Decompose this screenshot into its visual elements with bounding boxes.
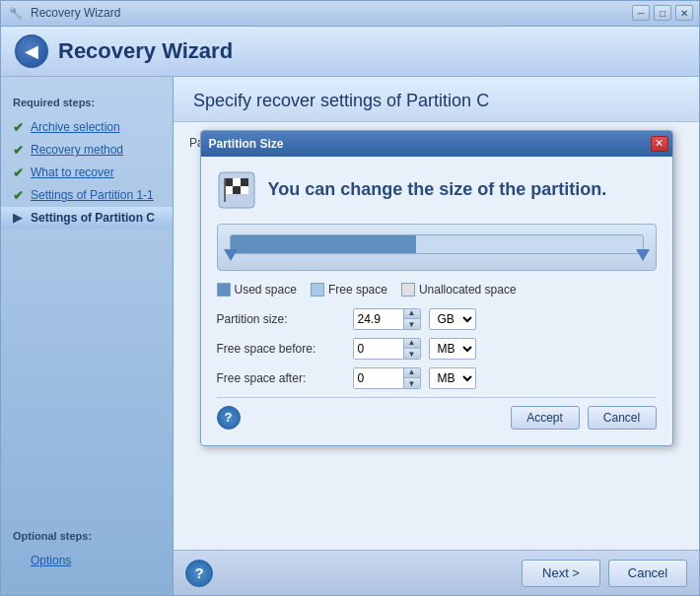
dialog-action-buttons: Accept Cancel: [511, 406, 657, 430]
window-icon: 🔧: [9, 7, 23, 20]
dialog-message: You can change the size of the partition…: [268, 179, 607, 200]
options-link[interactable]: Options: [31, 554, 71, 567]
sidebar-item-recovery-method[interactable]: ✔ Recovery method: [1, 139, 173, 162]
partition-size-label: Partition size:: [217, 312, 345, 326]
free-after-up[interactable]: ▲: [404, 367, 420, 378]
dialog-close-button[interactable]: ✕: [651, 136, 668, 152]
free-after-label: Free space after:: [217, 371, 345, 385]
back-button[interactable]: ◀: [15, 34, 48, 68]
title-bar-controls: ─ □ ✕: [632, 5, 693, 21]
svg-rect-5: [241, 178, 248, 186]
sidebar-item-what-to-recover[interactable]: ✔ What to recover: [1, 162, 173, 184]
check-icon: ✔: [13, 188, 27, 203]
legend-row: Used space Free space Unallocated space: [217, 283, 657, 297]
check-icon: ✔: [13, 143, 27, 158]
bottom-action-buttons: Next > Cancel: [522, 560, 687, 587]
svg-rect-6: [241, 186, 248, 194]
free-after-down[interactable]: ▼: [404, 378, 420, 389]
maximize-button[interactable]: □: [654, 5, 671, 21]
check-icon: ✔: [13, 120, 27, 135]
svg-rect-3: [225, 186, 233, 194]
partition-size-input[interactable]: 24.9: [354, 309, 403, 329]
free-after-input[interactable]: 0: [354, 368, 403, 388]
svg-rect-1: [225, 178, 233, 186]
free-after-unit[interactable]: MB GB TB: [429, 367, 476, 389]
check-icon: ✔: [13, 166, 27, 180]
partition-size-up[interactable]: ▲: [404, 308, 420, 319]
required-steps-label: Required steps:: [1, 93, 173, 112]
partition-size-dialog: Partition Size ✕: [200, 130, 673, 446]
app-header: ◀ Recovery Wizard: [1, 27, 699, 77]
title-bar: 🔧 Recovery Wizard ─ □ ✕: [1, 1, 699, 27]
modal-overlay: Partition Size ✕: [174, 122, 699, 550]
dialog-titlebar: Partition Size ✕: [201, 131, 672, 157]
partition-size-spinbox[interactable]: 24.9 ▲ ▼: [353, 308, 421, 330]
next-button[interactable]: Next >: [522, 560, 600, 587]
free-before-down[interactable]: ▼: [404, 349, 420, 360]
svg-rect-2: [233, 178, 241, 186]
slider-container[interactable]: [217, 224, 657, 271]
archive-selection-link[interactable]: Archive selection: [31, 120, 120, 134]
content-body: Partition location (required) Partition …: [174, 122, 699, 550]
sidebar-item-options[interactable]: ▶ Options: [1, 550, 173, 571]
used-space-legend: Used space: [217, 283, 297, 297]
sidebar-item-settings-partition-c[interactable]: ▶ Settings of Partition C: [1, 207, 173, 229]
close-button[interactable]: ✕: [675, 5, 693, 21]
optional-steps-section: Optional steps: ▶ Options: [1, 510, 173, 579]
minimize-button[interactable]: ─: [632, 5, 650, 21]
partition-size-row: Partition size: 24.9 ▲ ▼: [217, 308, 657, 330]
content-area: Specify recover settings of Partition C …: [174, 77, 699, 595]
used-space-box: [217, 283, 231, 297]
free-before-spinbox[interactable]: 0 ▲ ▼: [353, 338, 421, 360]
free-before-label: Free space before:: [217, 342, 345, 356]
free-before-input[interactable]: 0: [354, 339, 403, 359]
content-header: Specify recover settings of Partition C: [174, 77, 699, 122]
arrow-icon: ▶: [13, 211, 27, 225]
partition-slider[interactable]: [230, 234, 644, 254]
optional-steps-label: Optional steps:: [1, 526, 173, 546]
accept-button[interactable]: Accept: [511, 406, 580, 430]
dialog-icon: [217, 170, 256, 210]
page-title: Specify recover settings of Partition C: [193, 91, 679, 111]
help-button[interactable]: ?: [185, 560, 213, 587]
dialog-body: You can change the size of the partition…: [201, 157, 672, 445]
cancel-button[interactable]: Cancel: [608, 560, 687, 587]
settings-partition-c-label: Settings of Partition C: [31, 211, 155, 225]
svg-rect-4: [233, 186, 241, 194]
main-container: Required steps: ✔ Archive selection ✔ Re…: [1, 77, 699, 595]
sidebar-item-settings-partition-11[interactable]: ✔ Settings of Partition 1-1: [1, 184, 173, 207]
recovery-method-link[interactable]: Recovery method: [31, 143, 123, 157]
free-after-arrows: ▲ ▼: [403, 367, 420, 389]
used-space-label: Used space: [235, 283, 297, 297]
dialog-title: Partition Size: [209, 137, 284, 151]
slider-handle-left[interactable]: [224, 249, 238, 261]
free-before-row: Free space before: 0 ▲ ▼: [217, 338, 657, 360]
free-before-unit[interactable]: MB GB TB: [429, 338, 476, 360]
free-after-spinbox[interactable]: 0 ▲ ▼: [353, 367, 421, 389]
what-to-recover-link[interactable]: What to recover: [31, 166, 114, 179]
unallocated-space-box: [401, 283, 415, 297]
dialog-footer: ? Accept Cancel: [217, 397, 657, 431]
free-space-legend: Free space: [311, 283, 387, 297]
settings-partition-11-link[interactable]: Settings of Partition 1-1: [31, 188, 154, 202]
unallocated-space-label: Unallocated space: [419, 283, 517, 297]
partition-size-unit[interactable]: GB MB TB: [429, 308, 476, 330]
window-title: Recovery Wizard: [31, 6, 120, 20]
dialog-cancel-button[interactable]: Cancel: [588, 406, 657, 430]
free-space-box: [311, 283, 324, 297]
bottom-bar: ? Next > Cancel: [174, 550, 699, 595]
dialog-message-row: You can change the size of the partition…: [217, 170, 657, 210]
slider-handle-right[interactable]: [636, 249, 650, 261]
sidebar-item-archive-selection[interactable]: ✔ Archive selection: [1, 116, 173, 139]
partition-size-down[interactable]: ▼: [404, 319, 420, 330]
unallocated-space-legend: Unallocated space: [401, 283, 517, 297]
free-before-up[interactable]: ▲: [404, 338, 420, 349]
free-space-label: Free space: [328, 283, 387, 297]
free-after-row: Free space after: 0 ▲ ▼: [217, 367, 657, 389]
app-title: Recovery Wizard: [58, 38, 233, 64]
free-before-arrows: ▲ ▼: [403, 338, 420, 360]
partition-size-arrows: ▲ ▼: [403, 308, 420, 330]
dialog-help-button[interactable]: ?: [217, 406, 241, 430]
sidebar: Required steps: ✔ Archive selection ✔ Re…: [1, 77, 174, 595]
